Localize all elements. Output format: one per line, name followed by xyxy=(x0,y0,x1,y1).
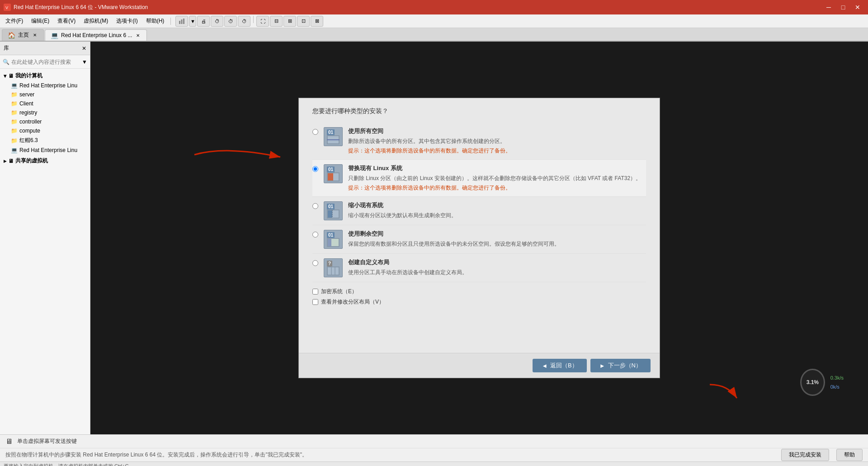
back-button[interactable]: ◄ 返回（B） xyxy=(533,359,587,372)
vm-panel: 您要进行哪种类型的安装？ 01 使用所有空间 删除所选设备中的所有分区。其中包含… xyxy=(298,98,660,378)
tab-home-label: 主页 xyxy=(18,31,29,39)
toolbar-split3[interactable]: ⊡ xyxy=(297,16,310,27)
sidebar-search-bar[interactable]: 🔍 ▼ xyxy=(0,55,90,69)
checkbox-encrypt-input[interactable] xyxy=(312,289,318,295)
app-icon: V xyxy=(4,4,11,11)
option-icon-5: ? xyxy=(324,258,343,277)
folder-icon-controller: 📁 xyxy=(11,119,18,125)
option-use-all-space[interactable]: 01 使用所有空间 删除所选设备中的所有分区。其中包含其它操作系统创建的分区。 … xyxy=(312,123,646,160)
option-text-5: 创建自定义布局 使用分区工具手动在所选设备中创建自定义布局。 xyxy=(348,258,646,276)
toolbar-time1[interactable]: ⏱ xyxy=(211,16,223,27)
icon-num-4: 01 xyxy=(327,232,335,238)
checkbox-encrypt[interactable]: 加密系统（E） xyxy=(312,288,646,295)
option-title-2: 替换现有 Linux 系统 xyxy=(348,164,646,172)
option-text-2: 替换现有 Linux 系统 只删除 Linux 分区（由之前的 Linux 安装… xyxy=(348,164,646,192)
dialog-content: 您要进行哪种类型的安装？ 01 使用所有空间 删除所选设备中的所有分区。其中包含… xyxy=(299,98,660,353)
sidebar-item-server[interactable]: 📁 server xyxy=(0,90,90,99)
sidebar-title: 库 xyxy=(4,44,9,52)
option-shrink[interactable]: 01 缩小现有系统 缩小现有分区以便为默认布局生成剩余空间。 xyxy=(312,197,646,225)
menu-help[interactable]: 帮助(H) xyxy=(142,15,168,27)
sidebar-item-rhel-1[interactable]: 💻 Red Hat Enterprise Linu xyxy=(0,81,90,90)
tab-vm[interactable]: 💻 Red Hat Enterprise Linux 6 ... ✕ xyxy=(45,29,147,41)
window-title: Red Hat Enterprise Linux 6 64 位 - VMware… xyxy=(14,4,148,11)
maximize-button[interactable]: □ xyxy=(836,2,850,13)
search-dropdown-icon[interactable]: ▼ xyxy=(82,59,87,65)
home-icon: 🏠 xyxy=(8,32,15,39)
next-button[interactable]: ► 下一步（N） xyxy=(590,359,651,372)
vm-icon-2: 💻 xyxy=(11,147,18,153)
net-up-speed: 0.3k/s xyxy=(829,374,845,381)
net-circle: 3.1% xyxy=(800,369,825,396)
tab-vm-label: Red Hat Enterprise Linux 6 ... xyxy=(61,32,132,38)
sidebar-item-client[interactable]: 📁 Client xyxy=(0,99,90,108)
tree-group-header-shared[interactable]: ▸ 🖥 共享的虚拟机 xyxy=(0,156,90,166)
option-desc-3: 缩小现有分区以便为默认布局生成剩余空间。 xyxy=(348,211,646,219)
checkbox-layout-input[interactable] xyxy=(312,299,318,305)
sidebar-item-redhat63-label: 红帽6.3 xyxy=(19,137,38,144)
done-button[interactable]: 我已完成安装 xyxy=(781,449,829,461)
option-title-3: 缩小现有系统 xyxy=(348,201,646,209)
toolbar-split2[interactable]: ⊞ xyxy=(283,16,296,27)
tab-home[interactable]: 🏠 主页 ✕ xyxy=(2,29,44,41)
radio-custom[interactable] xyxy=(312,260,318,266)
option-desc-4: 保留您的现有数据和分区且只使用所选设备中的未分区空间。假设您有足够的空间可用。 xyxy=(348,240,646,248)
icon-num-5: ? xyxy=(327,261,332,266)
radio-free-space[interactable] xyxy=(312,232,318,238)
toolbar-print[interactable]: 🖨 xyxy=(197,16,210,27)
menu-view[interactable]: 查看(V) xyxy=(54,15,79,27)
toolbar-split4[interactable]: ⊠ xyxy=(311,16,323,27)
sidebar-item-rhel-2[interactable]: 💻 Red Hat Enterprise Linu xyxy=(0,146,90,155)
sidebar: 库 ✕ 🔍 ▼ ▾ 🖥 我的计算机 💻 Red Hat Enterprise L… xyxy=(0,42,90,434)
option-title-1: 使用所有空间 xyxy=(348,127,646,135)
svg-rect-10 xyxy=(328,173,333,181)
folder-icon-server: 📁 xyxy=(11,91,18,98)
search-icon: 🔍 xyxy=(3,59,9,65)
radio-shrink[interactable] xyxy=(312,203,318,209)
menu-vm[interactable]: 虚拟机(M) xyxy=(80,15,112,27)
sidebar-item-compute[interactable]: 📁 compute xyxy=(0,126,90,135)
minimize-button[interactable]: ─ xyxy=(822,2,835,13)
option-custom[interactable]: ? 创建自定义布局 使用分区工具手动在所选设备中创建自定义布局。 xyxy=(312,254,646,282)
expand-icon: ▾ xyxy=(4,73,6,79)
toolbar-time2[interactable]: ⏱ xyxy=(224,16,237,27)
menu-tab[interactable]: 选项卡(I) xyxy=(113,15,141,27)
toolbar-bar-chart[interactable] xyxy=(175,16,188,27)
tab-vm-close[interactable]: ✕ xyxy=(135,32,141,38)
checkbox-layout[interactable]: 查看并修改分区布局（V） xyxy=(312,298,646,306)
tab-home-close[interactable]: ✕ xyxy=(32,32,38,38)
sep2 xyxy=(253,16,254,23)
option-text-1: 使用所有空间 删除所选设备中的所有分区。其中包含其它操作系统创建的分区。 提示：… xyxy=(348,127,646,155)
close-button[interactable]: ✕ xyxy=(851,2,864,13)
pc-icon: 🖥 xyxy=(8,73,14,79)
content-area: 您要进行哪种类型的安装？ 01 使用所有空间 删除所选设备中的所有分区。其中包含… xyxy=(90,42,868,434)
option-free-space[interactable]: 01 使用剩余空间 保留您的现有数据和分区且只使用所选设备中的未分区空间。假设您… xyxy=(312,225,646,254)
tree-group-my-computers: ▾ 🖥 我的计算机 💻 Red Hat Enterprise Linu 📁 se… xyxy=(0,71,90,155)
title-bar-left: V Red Hat Enterprise Linux 6 64 位 - VMwa… xyxy=(4,4,148,11)
svg-rect-3 xyxy=(181,19,183,24)
toolbar-dropdown[interactable]: ▼ xyxy=(189,16,196,27)
sidebar-item-registry[interactable]: 📁 registry xyxy=(0,108,90,117)
radio-replace-linux[interactable] xyxy=(312,166,318,172)
toolbar-fullscreen[interactable]: ⛶ xyxy=(256,16,269,27)
toolbar-split1[interactable]: ⊟ xyxy=(270,16,283,27)
sidebar-item-controller-label: controller xyxy=(19,119,42,125)
svg-rect-13 xyxy=(328,210,332,218)
svg-rect-20 xyxy=(328,267,339,275)
menu-file[interactable]: 文件(F) xyxy=(2,15,27,27)
radio-use-all-space[interactable] xyxy=(312,129,318,135)
vm-icon: 💻 xyxy=(51,32,58,39)
sidebar-item-controller[interactable]: 📁 controller xyxy=(0,117,90,126)
toolbar-time3[interactable]: ⏱ xyxy=(238,16,250,27)
tree-group-header-my-computers[interactable]: ▾ 🖥 我的计算机 xyxy=(0,71,90,81)
icon-num-1: 01 xyxy=(327,129,335,135)
sidebar-close-icon[interactable]: ✕ xyxy=(82,45,86,52)
sidebar-item-redhat63[interactable]: 📁 红帽6.3 xyxy=(0,135,90,146)
tab-bar: 🏠 主页 ✕ 💻 Red Hat Enterprise Linux 6 ... … xyxy=(0,28,868,42)
option-replace-linux[interactable]: 01 替换现有 Linux 系统 只删除 Linux 分区（由之前的 Linux… xyxy=(312,160,646,197)
help-button[interactable]: 帮助 xyxy=(836,449,863,461)
net-percent: 3.1% xyxy=(807,379,819,385)
status-text: 单击虚拟屏幕可发送按键 xyxy=(17,437,77,445)
folder-icon-client: 📁 xyxy=(11,100,18,107)
menu-edit[interactable]: 编辑(E) xyxy=(28,15,53,27)
search-input[interactable] xyxy=(11,59,80,65)
